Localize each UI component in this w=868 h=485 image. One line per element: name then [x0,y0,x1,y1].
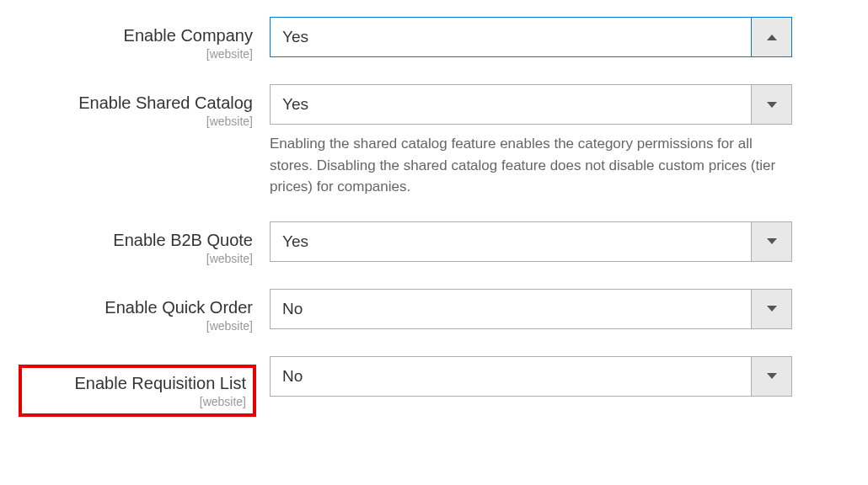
chevron-down-icon [767,238,777,244]
field-row-enable-company: Enable Company [website] Yes [25,17,843,61]
select-value: Yes [271,222,751,261]
select-enable-shared-catalog[interactable]: Yes [270,84,792,125]
highlight-annotation: Enable Requisition List [website] [19,365,256,417]
select-enable-b2b-quote[interactable]: Yes [270,221,792,262]
scope-text: [website] [25,47,253,61]
label-text: Enable Quick Order [104,298,253,317]
select-arrow-button[interactable] [751,290,791,328]
select-value: Yes [271,18,751,56]
chevron-down-icon [767,306,777,312]
select-enable-requisition-list[interactable]: No [270,356,792,397]
label-text: Enable Requisition List [72,374,246,392]
scope-text: [website] [25,252,253,265]
scope-text: [website] [25,115,253,128]
label-text: Enable B2B Quote [113,231,253,249]
label-enable-requisition-list: Enable Requisition List [website] [25,356,270,417]
select-enable-company[interactable]: Yes [270,17,792,57]
control-enable-company: Yes [270,17,792,57]
label-enable-quick-order: Enable Quick Order [website] [25,289,270,333]
control-enable-quick-order: No [270,289,792,329]
control-enable-shared-catalog: Yes Enabling the shared catalog feature … [270,84,792,198]
chevron-up-icon [767,35,777,40]
chevron-down-icon [767,373,777,379]
label-enable-b2b-quote: Enable B2B Quote [website] [25,221,270,265]
label-text: Enable Shared Catalog [78,93,253,112]
field-row-enable-b2b-quote: Enable B2B Quote [website] Yes [25,221,843,265]
control-enable-requisition-list: No [270,356,792,397]
select-enable-quick-order[interactable]: No [270,289,792,329]
help-text-shared-catalog: Enabling the shared catalog feature enab… [270,133,792,198]
label-text: Enable Company [124,26,253,45]
select-value: No [271,290,751,328]
select-arrow-button[interactable] [751,222,791,261]
field-row-enable-shared-catalog: Enable Shared Catalog [website] Yes Enab… [25,84,843,198]
label-enable-company: Enable Company [website] [25,17,270,61]
select-arrow-button[interactable] [751,357,791,396]
label-enable-shared-catalog: Enable Shared Catalog [website] [25,84,270,128]
field-row-enable-requisition-list: Enable Requisition List [website] No [25,356,843,417]
field-row-enable-quick-order: Enable Quick Order [website] No [25,289,843,333]
chevron-down-icon [767,102,777,108]
select-arrow-button[interactable] [751,18,791,56]
select-value: Yes [271,85,751,124]
control-enable-b2b-quote: Yes [270,221,792,262]
select-value: No [271,357,751,396]
scope-text: [website] [25,319,253,333]
select-arrow-button[interactable] [751,85,791,124]
scope-text: [website] [25,395,246,408]
